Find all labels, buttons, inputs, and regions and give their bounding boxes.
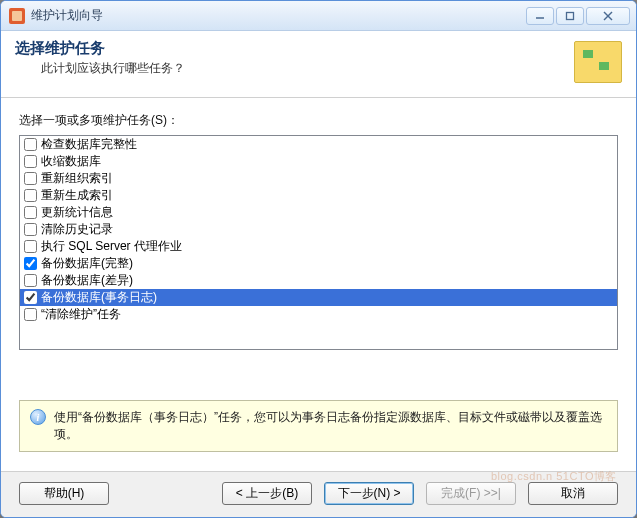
- titlebar: 维护计划向导: [1, 1, 636, 31]
- button-bar: 帮助(H) < 上一步(B) 下一步(N) > 完成(F) >>| 取消: [1, 471, 636, 517]
- task-label: 更新统计信息: [41, 204, 113, 221]
- minimize-button[interactable]: [526, 7, 554, 25]
- task-checkbox[interactable]: [24, 206, 37, 219]
- task-label: 重新生成索引: [41, 187, 113, 204]
- close-button[interactable]: [586, 7, 630, 25]
- help-button[interactable]: 帮助(H): [19, 482, 109, 505]
- back-button[interactable]: < 上一步(B): [222, 482, 312, 505]
- task-item[interactable]: 收缩数据库: [20, 153, 617, 170]
- task-checkbox[interactable]: [24, 308, 37, 321]
- task-item[interactable]: “清除维护”任务: [20, 306, 617, 323]
- task-item[interactable]: 重新生成索引: [20, 187, 617, 204]
- task-list-label: 选择一项或多项维护任务(S)：: [19, 112, 618, 129]
- task-item[interactable]: 执行 SQL Server 代理作业: [20, 238, 617, 255]
- window-title: 维护计划向导: [31, 7, 526, 24]
- task-checkbox[interactable]: [24, 138, 37, 151]
- task-label: “清除维护”任务: [41, 306, 121, 323]
- task-item[interactable]: 重新组织索引: [20, 170, 617, 187]
- next-button[interactable]: 下一步(N) >: [324, 482, 414, 505]
- window-controls: [526, 7, 630, 25]
- info-icon: [30, 409, 46, 425]
- wizard-graphic-icon: [574, 41, 622, 83]
- task-label: 备份数据库(事务日志): [41, 289, 157, 306]
- svg-rect-1: [567, 12, 574, 19]
- content-area: 选择一项或多项维护任务(S)： 检查数据库完整性收缩数据库重新组织索引重新生成索…: [1, 98, 636, 471]
- description-box: 使用“备份数据库（事务日志）”任务，您可以为事务日志备份指定源数据库、目标文件或…: [19, 400, 618, 452]
- cancel-button[interactable]: 取消: [528, 482, 618, 505]
- task-label: 备份数据库(完整): [41, 255, 133, 272]
- task-item[interactable]: 备份数据库(完整): [20, 255, 617, 272]
- task-item[interactable]: 备份数据库(事务日志): [20, 289, 617, 306]
- task-checkbox[interactable]: [24, 223, 37, 236]
- task-label: 执行 SQL Server 代理作业: [41, 238, 182, 255]
- task-checkbox[interactable]: [24, 189, 37, 202]
- task-checkbox[interactable]: [24, 155, 37, 168]
- page-title: 选择维护任务: [15, 39, 574, 58]
- page-subtitle: 此计划应该执行哪些任务？: [41, 60, 574, 77]
- task-item[interactable]: 更新统计信息: [20, 204, 617, 221]
- task-checkbox[interactable]: [24, 172, 37, 185]
- header-panel: 选择维护任务 此计划应该执行哪些任务？: [1, 31, 636, 98]
- task-item[interactable]: 清除历史记录: [20, 221, 617, 238]
- task-item[interactable]: 备份数据库(差异): [20, 272, 617, 289]
- task-label: 备份数据库(差异): [41, 272, 133, 289]
- task-label: 清除历史记录: [41, 221, 113, 238]
- description-text: 使用“备份数据库（事务日志）”任务，您可以为事务日志备份指定源数据库、目标文件或…: [54, 409, 607, 443]
- maximize-button[interactable]: [556, 7, 584, 25]
- app-icon: [9, 8, 25, 24]
- task-label: 收缩数据库: [41, 153, 101, 170]
- wizard-window: 维护计划向导 选择维护任务 此计划应该执行哪些任务？ 选择一项或多项维护任务(S…: [0, 0, 637, 518]
- task-checkbox[interactable]: [24, 291, 37, 304]
- task-label: 检查数据库完整性: [41, 136, 137, 153]
- task-checkbox[interactable]: [24, 240, 37, 253]
- task-label: 重新组织索引: [41, 170, 113, 187]
- task-list[interactable]: 检查数据库完整性收缩数据库重新组织索引重新生成索引更新统计信息清除历史记录执行 …: [19, 135, 618, 350]
- task-item[interactable]: 检查数据库完整性: [20, 136, 617, 153]
- finish-button: 完成(F) >>|: [426, 482, 516, 505]
- task-checkbox[interactable]: [24, 274, 37, 287]
- task-checkbox[interactable]: [24, 257, 37, 270]
